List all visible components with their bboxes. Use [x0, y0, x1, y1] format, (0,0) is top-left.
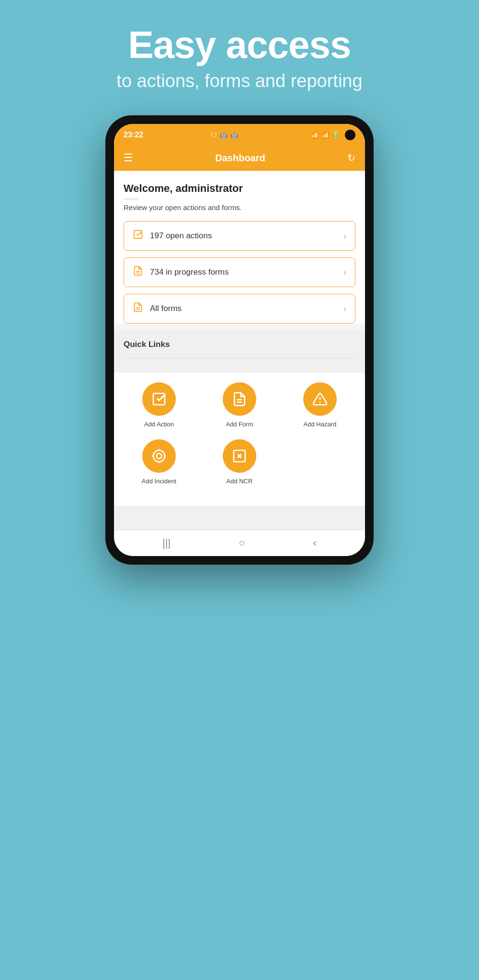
add-ncr-item[interactable]: Add NCR: [199, 439, 280, 485]
nav-lines-icon[interactable]: |||: [162, 537, 171, 549]
document-icon-1: [133, 266, 143, 279]
add-action-circle: [142, 382, 176, 416]
card-left: 197 open actions: [133, 229, 212, 243]
add-hazard-item[interactable]: Add Hazard: [280, 382, 360, 428]
dot-icon: ·: [241, 132, 243, 139]
add-incident-label: Add Incident: [142, 478, 176, 485]
camera: [345, 130, 355, 140]
card-left-2: 734 in progress forms: [133, 266, 228, 279]
android2-icon: 🤖: [230, 132, 238, 139]
status-icons: 🛡 🤖 🤖 ·: [211, 132, 243, 139]
nav-home-icon[interactable]: ○: [239, 537, 245, 549]
add-action-item[interactable]: Add Action: [119, 382, 199, 428]
quick-links-divider: [124, 358, 355, 358]
page-header: Easy access to actions, forms and report…: [107, 0, 372, 106]
quick-links-grid: Add Action Add Form: [114, 373, 365, 506]
in-progress-forms-card[interactable]: 734 in progress forms ›: [124, 257, 355, 287]
chevron-right-icon: ›: [343, 231, 346, 241]
card-left-3: All forms: [133, 302, 182, 315]
add-form-circle: [223, 382, 256, 416]
app-bar: ☰ Dashboard ↻: [114, 145, 365, 171]
open-actions-label: 197 open actions: [150, 231, 212, 241]
battery-icon: 🔋: [331, 131, 340, 139]
page-subtitle: to actions, forms and reporting: [116, 71, 362, 91]
review-text: Review your open actions and forms.: [124, 203, 355, 212]
welcome-text: Welcome, administrator: [124, 182, 355, 195]
open-actions-card[interactable]: 197 open actions ›: [124, 221, 355, 251]
quick-links-section: Quick Links: [114, 330, 365, 373]
svg-rect-0: [134, 231, 142, 239]
all-forms-card[interactable]: All forms ›: [124, 294, 355, 323]
main-content: Welcome, administrator Review your open …: [114, 171, 365, 323]
add-hazard-label: Add Hazard: [304, 421, 337, 428]
add-ncr-circle: [223, 439, 256, 473]
phone-shell: 23:22 🛡 🤖 🤖 · 📶 📶 🔋 ☰ Dashboard ↻ Welcom…: [105, 115, 374, 565]
menu-icon[interactable]: ☰: [124, 152, 133, 164]
svg-point-11: [157, 454, 162, 459]
checkbox-icon: [133, 229, 143, 243]
quick-links-title: Quick Links: [124, 340, 355, 349]
status-bar: 23:22 🛡 🤖 🤖 · 📶 📶 🔋: [114, 124, 365, 145]
android-icon: 🤖: [220, 132, 228, 139]
all-forms-label: All forms: [150, 304, 182, 313]
document-icon-2: [133, 302, 143, 315]
refresh-icon[interactable]: ↻: [347, 152, 355, 164]
wifi-icon: 📶: [310, 131, 319, 139]
bottom-area: [114, 506, 365, 530]
signal-icon: 📶: [321, 131, 329, 139]
add-form-item[interactable]: Add Form: [199, 382, 280, 428]
nav-bar: ||| ○ ‹: [114, 530, 365, 556]
divider: [124, 199, 138, 200]
add-incident-circle: [142, 439, 176, 473]
page-title: Easy access: [116, 24, 362, 66]
status-right: 📶 📶 🔋: [310, 130, 355, 140]
add-form-label: Add Form: [226, 421, 253, 428]
chevron-right-icon-3: ›: [343, 304, 346, 314]
add-incident-item[interactable]: Add Incident: [119, 439, 199, 485]
svg-rect-5: [153, 393, 165, 405]
add-hazard-circle: [303, 382, 337, 416]
add-action-label: Add Action: [144, 421, 174, 428]
status-time: 23:22: [124, 131, 143, 139]
svg-point-10: [153, 450, 165, 462]
app-bar-title: Dashboard: [215, 153, 265, 164]
in-progress-forms-label: 734 in progress forms: [150, 267, 228, 277]
nav-back-icon[interactable]: ‹: [313, 537, 317, 549]
add-ncr-label: Add NCR: [226, 478, 252, 485]
shield-status-icon: 🛡: [211, 132, 217, 139]
chevron-right-icon-2: ›: [343, 267, 346, 278]
phone-screen: 23:22 🛡 🤖 🤖 · 📶 📶 🔋 ☰ Dashboard ↻ Welcom…: [114, 124, 365, 556]
